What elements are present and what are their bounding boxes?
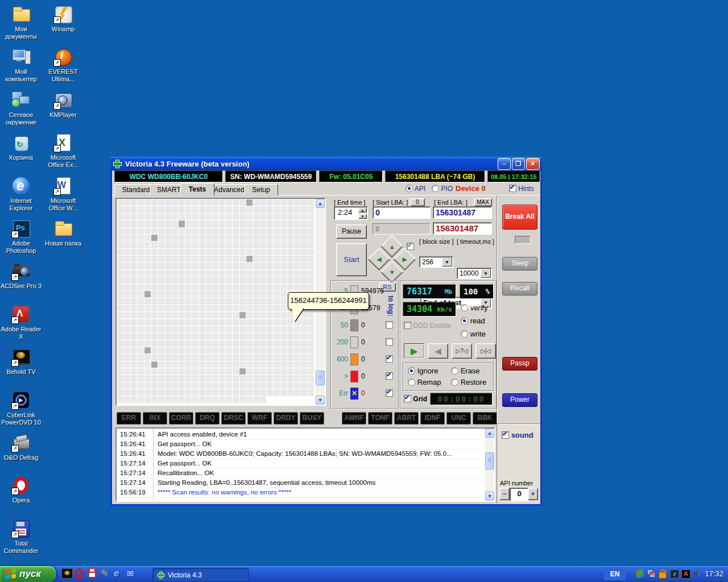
- tray-lock-icon[interactable]: [659, 569, 668, 579]
- log-scroll-thumb[interactable]: [485, 452, 494, 469]
- quicklaunch-floppy-icon[interactable]: [88, 568, 99, 580]
- to-log-checkbox[interactable]: [386, 372, 393, 380]
- chevron-down-icon[interactable]: ▼: [481, 269, 491, 278]
- action-radio-erase[interactable]: Erase: [451, 367, 480, 375]
- window-titlebar[interactable]: Victoria 4.3 Freeware (beta version) – ❐…: [110, 157, 542, 171]
- radio-icon[interactable]: [451, 379, 458, 386]
- desktop-icon-excel[interactable]: X↗Microsoft Office Ex...: [42, 133, 84, 169]
- desktop-icon-folder[interactable]: Мои документы: [0, 5, 42, 40]
- spin-down-icon[interactable]: ▼: [358, 214, 367, 219]
- desktop-icon-folder[interactable]: Новая папка: [42, 219, 84, 247]
- play-button[interactable]: ▶: [404, 343, 424, 359]
- scroll-up-icon[interactable]: ▲: [485, 429, 494, 438]
- desktop-icon-winamp[interactable]: ↗Winamp: [42, 5, 84, 33]
- quicklaunch-behold-icon[interactable]: [61, 568, 73, 580]
- scroll-down-icon[interactable]: ▼: [485, 492, 494, 501]
- quicklaunch-ie-small-icon[interactable]: e: [114, 568, 125, 580]
- spin-up-icon[interactable]: ▲: [358, 207, 367, 213]
- api-radio[interactable]: [406, 185, 413, 192]
- to-log-checkbox[interactable]: [386, 355, 393, 363]
- radio-icon[interactable]: [408, 379, 415, 386]
- api-minus-button[interactable]: −: [499, 488, 510, 500]
- end-time-spinner[interactable]: 2:24 ▲ ▼: [334, 206, 368, 220]
- desktop-icon-camera[interactable]: ↗ACDSee Pro 3: [0, 261, 42, 290]
- start-lba-zero-button[interactable]: 0: [410, 198, 425, 206]
- start-button[interactable]: Start: [336, 243, 367, 276]
- rw-radio-read[interactable]: read: [461, 317, 488, 325]
- seek-edge-button[interactable]: ▷|◁: [475, 343, 496, 359]
- desktop-icon-kmplayer[interactable]: ↗KMPlayer: [42, 90, 84, 119]
- to-log-checkbox[interactable]: [386, 389, 393, 397]
- end-lba-input[interactable]: 156301487: [433, 206, 492, 219]
- tray-ati-icon[interactable]: [636, 569, 645, 579]
- tray-note-icon[interactable]: ♪: [670, 569, 679, 579]
- start-button[interactable]: пуск: [0, 566, 56, 582]
- radio-icon[interactable]: [461, 304, 468, 311]
- tray-punto-a-icon[interactable]: A: [681, 569, 690, 579]
- desktop-icon-word[interactable]: W↗Microsoft Office W...: [42, 176, 84, 212]
- tab-setup[interactable]: Setup: [244, 184, 278, 196]
- quicklaunch-opera-icon[interactable]: [75, 568, 86, 580]
- tray-net-x-icon[interactable]: ✕: [647, 569, 656, 579]
- break-all-button[interactable]: Break All: [502, 205, 537, 230]
- desktop-icon-photoshop[interactable]: Ps↗Adobe Photoshop: [0, 219, 42, 255]
- maximize-button[interactable]: ❐: [512, 158, 525, 170]
- radio-icon[interactable]: [451, 367, 458, 375]
- desktop-icon-network[interactable]: Сетевое окружение: [0, 90, 42, 126]
- radio-icon[interactable]: [408, 367, 415, 375]
- sleep-button[interactable]: Sleep: [502, 257, 537, 271]
- desktop-icon-everest[interactable]: i↗EVEREST Ultima...: [42, 47, 84, 83]
- back-button[interactable]: ◀: [428, 343, 448, 359]
- block-size-combo[interactable]: 256 ▼: [419, 256, 453, 268]
- grid-checkbox[interactable]: [404, 395, 411, 402]
- action-radio-ignore[interactable]: Ignore: [408, 367, 439, 375]
- to-log-checkbox[interactable]: [386, 338, 393, 346]
- pio-radio[interactable]: [432, 185, 439, 192]
- radio-icon[interactable]: [461, 330, 468, 338]
- log-scrollbar[interactable]: ▲ ▼: [485, 429, 494, 501]
- sound-checkbox[interactable]: [502, 431, 509, 439]
- scan-block: [233, 354, 239, 360]
- api-plus-button[interactable]: +: [528, 488, 538, 500]
- to-log-checkbox[interactable]: [386, 321, 393, 329]
- minimize-button[interactable]: –: [498, 158, 511, 170]
- passp-button[interactable]: Passp: [502, 357, 537, 371]
- desktop-icon-powerdvd[interactable]: ▶↗CyberLink PowerDVD 10: [0, 390, 42, 426]
- task-button-victoria[interactable]: Victoria 4.3: [152, 568, 249, 582]
- action-radio-remap[interactable]: Remap: [408, 378, 441, 386]
- tab-tests[interactable]: Tests: [180, 183, 214, 196]
- desktop-icon-computer[interactable]: Мой компьютер: [0, 47, 42, 83]
- hints-checkbox[interactable]: [509, 185, 516, 192]
- scroll-down-icon[interactable]: ▼: [316, 396, 325, 405]
- desktop-icon-floppy[interactable]: ↗Total Commander: [0, 519, 42, 555]
- timeout-combo[interactable]: 10000 ▼: [457, 268, 492, 279]
- desktop-icon-ie[interactable]: eInternet Explorer: [0, 176, 42, 212]
- scan-block: [179, 270, 185, 276]
- ddd-checkbox[interactable]: [404, 322, 411, 329]
- recall-button[interactable]: Recall: [502, 282, 537, 296]
- seek-question-button[interactable]: ▷?◁: [452, 343, 472, 359]
- scan-block: [294, 333, 300, 339]
- end-lba-max-button[interactable]: MAX: [474, 198, 492, 206]
- grid-scroll-thumb[interactable]: [316, 371, 325, 385]
- radio-icon[interactable]: [461, 317, 468, 325]
- diamond-checkbox[interactable]: [407, 243, 414, 250]
- close-button[interactable]: ✕: [526, 158, 540, 170]
- pause-button[interactable]: Pause: [336, 225, 367, 239]
- desktop-icon-behold[interactable]: ↗Behold TV: [0, 347, 42, 376]
- scroll-up-icon[interactable]: ▲: [316, 199, 325, 208]
- quicklaunch-pencil-icon[interactable]: ✎: [101, 568, 112, 580]
- quicklaunch-mail-icon[interactable]: ✉: [127, 568, 138, 580]
- desktop-icon-reader[interactable]: Λ↗Adobe Reader X: [0, 305, 42, 340]
- desktop-icon-defrag[interactable]: ↗O&O Defrag: [0, 433, 42, 462]
- desktop-icon-recycle[interactable]: ↻Корзина: [0, 133, 42, 161]
- chevron-down-icon[interactable]: ▼: [442, 257, 452, 267]
- rw-radio-verify[interactable]: verify: [461, 304, 488, 312]
- power-button[interactable]: Power: [502, 393, 537, 407]
- tray-speaker-icon[interactable]: [693, 569, 702, 579]
- language-indicator[interactable]: EN: [604, 568, 626, 580]
- start-lba-input[interactable]: 0: [373, 206, 431, 219]
- rw-radio-write[interactable]: write: [461, 330, 488, 338]
- action-radio-restore[interactable]: Restore: [451, 378, 486, 386]
- desktop-icon-opera[interactable]: ↗Opera: [0, 476, 42, 504]
